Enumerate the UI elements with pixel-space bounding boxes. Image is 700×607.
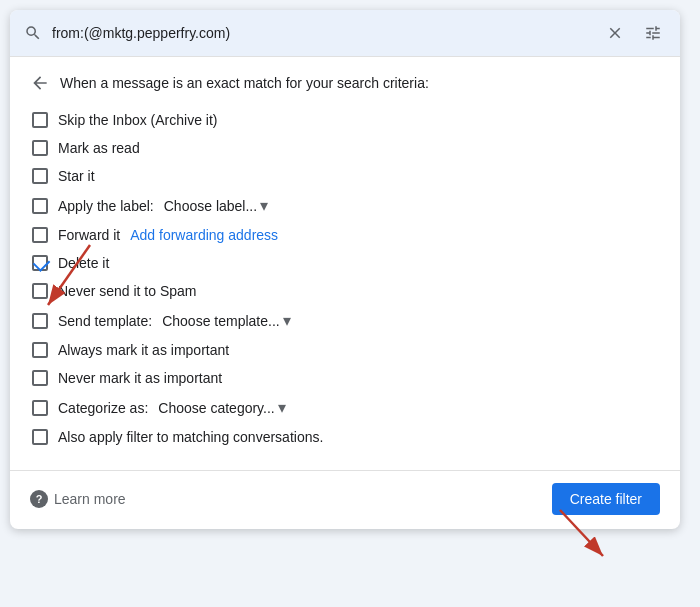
option-always-important: Always mark it as important: [30, 337, 660, 363]
option-send-template: Send template: Choose template... ▾: [30, 306, 660, 335]
search-bar: from:(@mktg.pepperfry.com): [10, 10, 680, 57]
search-icon: [24, 24, 42, 42]
learn-more-link[interactable]: ? Learn more: [30, 490, 126, 508]
checkbox-always-important[interactable]: [32, 342, 48, 358]
option-label-always-important: Always mark it as important: [58, 342, 229, 358]
checkbox-forward-it[interactable]: [32, 227, 48, 243]
template-dropdown-arrow: ▾: [283, 311, 291, 330]
option-label-categorize-as: Categorize as:: [58, 400, 148, 416]
checkbox-mark-as-read[interactable]: [32, 140, 48, 156]
option-apply-label: Apply the label: Choose label... ▾: [30, 191, 660, 220]
option-forward-it: Forward it Add forwarding address: [30, 222, 660, 248]
help-icon: ?: [30, 490, 48, 508]
option-delete-it: Delete it: [30, 250, 660, 276]
option-label-never-important: Never mark it as important: [58, 370, 222, 386]
learn-more-label: Learn more: [54, 491, 126, 507]
option-label-skip-inbox: Skip the Inbox (Archive it): [58, 112, 218, 128]
choose-category-text: Choose category...: [158, 400, 274, 416]
option-label-mark-as-read: Mark as read: [58, 140, 140, 156]
option-label-never-spam: Never send it to Spam: [58, 283, 197, 299]
add-forwarding-address-link[interactable]: Add forwarding address: [130, 227, 278, 243]
filter-dialog: from:(@mktg.pepperfry.com) When a messag…: [10, 10, 680, 529]
option-label-delete-it: Delete it: [58, 255, 109, 271]
option-star-it: Star it: [30, 163, 660, 189]
filter-body: When a message is an exact match for you…: [10, 57, 680, 466]
filter-options-list: Skip the Inbox (Archive it) Mark as read…: [30, 107, 660, 450]
option-label-star-it: Star it: [58, 168, 95, 184]
option-skip-inbox: Skip the Inbox (Archive it): [30, 107, 660, 133]
checkbox-delete-it[interactable]: [32, 255, 48, 271]
option-mark-as-read: Mark as read: [30, 135, 660, 161]
category-dropdown-arrow: ▾: [278, 398, 286, 417]
checkbox-never-important[interactable]: [32, 370, 48, 386]
choose-category-dropdown[interactable]: Choose category... ▾: [158, 398, 285, 417]
checkbox-send-template[interactable]: [32, 313, 48, 329]
checkbox-also-apply[interactable]: [32, 429, 48, 445]
back-row: When a message is an exact match for you…: [30, 73, 660, 93]
create-filter-button[interactable]: Create filter: [552, 483, 660, 515]
option-label-also-apply: Also apply filter to matching conversati…: [58, 429, 323, 445]
search-actions: [602, 20, 666, 46]
option-never-spam: Never send it to Spam: [30, 278, 660, 304]
choose-template-text: Choose template...: [162, 313, 280, 329]
option-also-apply: Also apply filter to matching conversati…: [30, 424, 660, 450]
checkbox-categorize-as[interactable]: [32, 400, 48, 416]
tune-button[interactable]: [640, 20, 666, 46]
checkbox-skip-inbox[interactable]: [32, 112, 48, 128]
checkbox-star-it[interactable]: [32, 168, 48, 184]
option-never-important: Never mark it as important: [30, 365, 660, 391]
choose-label-text: Choose label...: [164, 198, 257, 214]
option-label-send-template: Send template:: [58, 313, 152, 329]
choose-template-dropdown[interactable]: Choose template... ▾: [162, 311, 291, 330]
option-label-apply-label: Apply the label:: [58, 198, 154, 214]
search-query-text: from:(@mktg.pepperfry.com): [52, 25, 592, 41]
checkbox-never-spam[interactable]: [32, 283, 48, 299]
checkbox-apply-label[interactable]: [32, 198, 48, 214]
option-label-forward-it: Forward it: [58, 227, 120, 243]
choose-label-dropdown[interactable]: Choose label... ▾: [164, 196, 268, 215]
back-button[interactable]: [30, 73, 50, 93]
option-categorize-as: Categorize as: Choose category... ▾: [30, 393, 660, 422]
close-button[interactable]: [602, 20, 628, 46]
footer-row: ? Learn more Create filter: [10, 470, 680, 529]
label-dropdown-arrow: ▾: [260, 196, 268, 215]
filter-description: When a message is an exact match for you…: [60, 75, 429, 91]
